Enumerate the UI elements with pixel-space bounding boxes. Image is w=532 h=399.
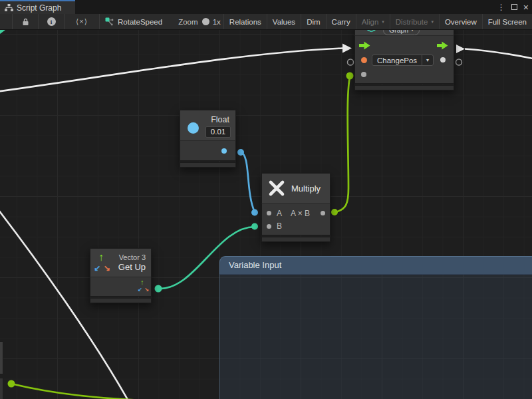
caret-down-icon: ▾ — [431, 19, 434, 25]
flow-out-port[interactable] — [437, 41, 448, 50]
group-body — [219, 275, 532, 399]
float-node-header[interactable]: Float 0.01 — [180, 110, 236, 141]
window-maximize-icon[interactable] — [511, 4, 517, 10]
values-button[interactable]: Values — [267, 14, 301, 29]
toolbar-separator — [99, 14, 100, 29]
flow-wire-bottom — [0, 207, 130, 399]
script-brackets-icon: <> — [367, 30, 375, 35]
multiply-node-header[interactable]: Multiply — [261, 173, 331, 203]
graph-asset-icon — [102, 14, 116, 29]
info-button[interactable]: i — [39, 14, 64, 29]
flow-wire-out — [465, 49, 532, 60]
graph-toolbar: i ⟨×⟩ RotateSpeed Zoom 1x Relations Valu… — [0, 14, 532, 30]
event-value-input-port[interactable] — [361, 72, 366, 77]
tab-bar: Script Graph ⋮ × — [0, 0, 532, 14]
teal-corner-arrow — [0, 30, 5, 34]
graph-scope-dropdown[interactable]: Graph ▾ — [383, 30, 420, 35]
vector-node-type: Vector 3 — [119, 253, 146, 261]
tab-script-graph[interactable]: Script Graph — [0, 0, 75, 14]
float-node-title: Float — [211, 115, 229, 124]
float-type-icon — [188, 122, 199, 134]
zoom-slider[interactable] — [202, 21, 207, 23]
window-close-icon[interactable]: × — [523, 3, 529, 12]
float-wire — [241, 152, 255, 212]
offscreen-node-header[interactable] — [0, 341, 3, 374]
flow-wire-in — [0, 49, 342, 92]
lock-button[interactable] — [13, 14, 38, 29]
relations-button[interactable]: Relations — [223, 14, 267, 29]
flow-arrowhead-out — [456, 45, 465, 53]
zoom-slider-knob[interactable] — [202, 18, 209, 25]
port-label-a: A — [277, 209, 282, 218]
dim-button[interactable]: Dim — [301, 14, 325, 29]
event-node-body: ChangePos ▾ — [354, 36, 454, 84]
offscreen-green-wire — [11, 384, 174, 399]
multiply-node-footer — [261, 237, 331, 242]
zoom-label: Zoom — [178, 18, 198, 26]
fullscreen-button[interactable]: Full Screen — [482, 14, 532, 29]
align-button: Align▾ — [356, 14, 390, 29]
group-variable-input[interactable]: Variable Input — [219, 256, 532, 399]
port-label-result: A × B — [291, 209, 310, 218]
multiply-input-a-port[interactable] — [267, 211, 271, 215]
port-label-b: B — [277, 221, 282, 231]
graph-canvas[interactable]: Variable Input — [0, 30, 532, 399]
offscreen-node-body[interactable] — [0, 378, 3, 399]
flow-arrowhead-in — [342, 44, 352, 53]
float-output-port[interactable] — [221, 148, 227, 154]
group-title: Variable Input — [229, 260, 281, 270]
vector-node-body: ↑ ↙ ↘ — [90, 277, 152, 297]
event-left-port-ring — [348, 59, 354, 65]
variable-name-port[interactable] — [361, 57, 367, 63]
caret-down-icon: ▾ — [422, 55, 433, 65]
caret-down-icon: ▾ — [382, 19, 384, 25]
vector-node-header[interactable]: ↑ ↙ ↘ Vector 3 Get Up — [90, 248, 152, 277]
float-value-field[interactable]: 0.01 — [205, 126, 231, 138]
code-view-icon: ⟨×⟩ — [76, 17, 88, 26]
multiply-x-icon — [268, 180, 285, 197]
variable-dropdown[interactable]: ChangePos ▾ — [372, 55, 434, 66]
graph-asset-name[interactable]: RotateSpeed — [118, 18, 162, 26]
window-menu-icon[interactable]: ⋮ — [497, 3, 505, 11]
graph-hierarchy-icon — [5, 4, 13, 11]
window-controls: ⋮ × — [497, 0, 529, 14]
zoom-value: 1x — [213, 18, 221, 26]
vector-node-title: Get Up — [118, 262, 146, 272]
lock-icon — [22, 18, 29, 26]
tab-title: Script Graph — [17, 3, 61, 13]
event-right-port-ring — [456, 59, 462, 65]
multiply-node-body: A A × B B — [261, 203, 331, 235]
event-output-port[interactable] — [440, 57, 446, 63]
event-node-header[interactable]: <> Graph ▾ — [354, 30, 454, 36]
info-icon: i — [47, 17, 56, 26]
multiply-node[interactable]: Multiply A A × B B — [261, 173, 331, 242]
overview-button[interactable]: Overview — [439, 14, 482, 29]
vector-get-up-node[interactable]: ↑ ↙ ↘ Vector 3 Get Up ↑ ↙ ↘ — [90, 248, 152, 303]
vector3-icon: ↑ ↙ ↘ — [94, 253, 111, 272]
event-node[interactable]: <> Graph ▾ ChangePos ▾ — [354, 30, 454, 90]
float-node-footer — [180, 162, 236, 168]
multiply-node-title: Multiply — [291, 184, 321, 194]
multiply-result-port[interactable] — [321, 211, 325, 215]
float-node[interactable]: Float 0.01 — [180, 110, 236, 168]
code-view-button[interactable]: ⟨×⟩ — [65, 14, 99, 29]
float-node-body — [180, 141, 236, 161]
variable-dropdown-value: ChangePos — [372, 55, 422, 65]
multiply-result-wire — [334, 76, 350, 212]
multiply-input-b-port[interactable] — [267, 224, 271, 229]
group-header[interactable]: Variable Input — [219, 256, 532, 275]
vector-output-port[interactable]: ↑ ↙ ↘ — [138, 279, 149, 293]
script-graph-window: Script Graph ⋮ × i ⟨×⟩ — [0, 0, 532, 399]
carry-button[interactable]: Carry — [326, 14, 356, 29]
caret-down-icon: ▾ — [411, 30, 414, 33]
distribute-button: Distribute▾ — [390, 14, 439, 29]
vector-node-footer — [90, 298, 152, 303]
event-node-footer — [354, 85, 454, 90]
toolbar-button-group: Relations Values Dim Carry Align▾ Distri… — [223, 14, 532, 29]
flow-in-port[interactable] — [359, 41, 370, 50]
